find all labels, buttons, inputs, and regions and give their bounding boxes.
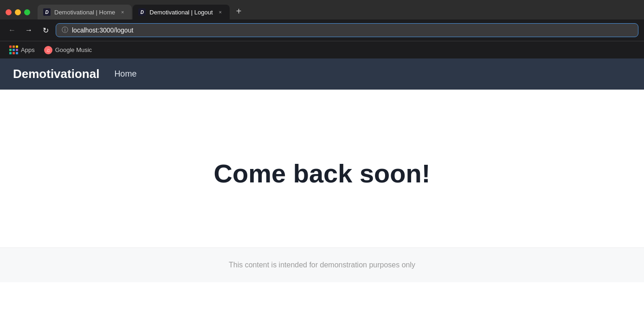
minimize-button[interactable] [15, 9, 21, 15]
google-music-bookmark[interactable]: ♫ Google Music [40, 45, 96, 56]
address-bar-row: ← → ↻ ⓘ localhost:3000/logout [0, 19, 644, 41]
address-bar[interactable]: ⓘ localhost:3000/logout [56, 23, 638, 37]
google-music-label: Google Music [55, 46, 92, 53]
maximize-button[interactable] [24, 9, 30, 15]
come-back-heading: Come back soon! [214, 158, 431, 188]
tab-logout-title: Demotivational | Logout [149, 9, 213, 16]
bookmarks-bar: Apps ♫ Google Music [0, 41, 644, 58]
tabs-container: D Demotivational | Home × D Demotivation… [38, 5, 638, 19]
nav-link-home[interactable]: Home [114, 69, 136, 79]
page-navbar: Demotivational Home [0, 58, 644, 90]
title-bar: D Demotivational | Home × D Demotivation… [0, 0, 644, 19]
tab-logout-close[interactable]: × [217, 8, 224, 16]
google-music-icon: ♫ [44, 46, 52, 54]
main-content: Come back soon! [0, 90, 644, 247]
tab-home-title: Demotivational | Home [54, 9, 115, 16]
close-button[interactable] [6, 9, 12, 15]
new-tab-button[interactable]: + [232, 5, 245, 18]
tab-logout[interactable]: D Demotivational | Logout × [133, 5, 229, 19]
tab-home-close[interactable]: × [119, 8, 126, 16]
browser-chrome: D Demotivational | Home × D Demotivation… [0, 0, 644, 58]
footer-text: This content is intended for demonstrati… [9, 261, 635, 269]
page-brand: Demotivational [13, 67, 99, 81]
info-icon: ⓘ [62, 26, 68, 34]
apps-grid-icon [9, 45, 18, 54]
apps-label: Apps [21, 46, 35, 53]
footer-area: This content is intended for demonstrati… [0, 247, 644, 282]
reload-button[interactable]: ↻ [39, 24, 52, 37]
traffic-lights [6, 9, 30, 15]
forward-button[interactable]: → [22, 24, 35, 37]
tab-logout-favicon: D [138, 8, 146, 16]
apps-bookmark[interactable]: Apps [6, 44, 39, 56]
tab-home-favicon: D [43, 8, 51, 16]
back-button[interactable]: ← [6, 24, 19, 37]
url-text: localhost:3000/logout [72, 26, 632, 34]
tab-home[interactable]: D Demotivational | Home × [38, 5, 132, 19]
